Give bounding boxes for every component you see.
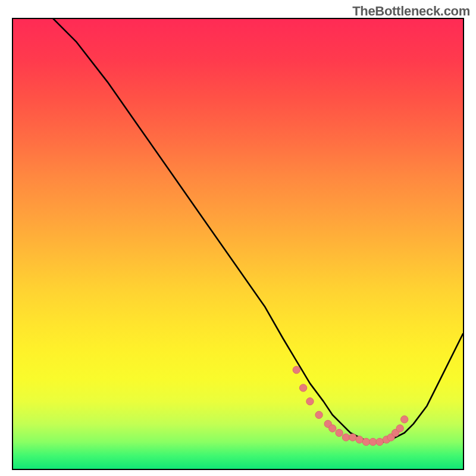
highlight-marker	[299, 384, 306, 392]
highlight-marker	[396, 425, 403, 432]
plot-area	[12, 18, 464, 470]
highlight-marker	[342, 434, 349, 441]
highlight-marker	[306, 397, 314, 405]
watermark-text: TheBottleneck.com	[352, 4, 470, 19]
chart-overlay	[13, 19, 463, 469]
highlight-marker	[401, 416, 408, 423]
highlight-marker	[315, 411, 322, 418]
highlight-marker	[329, 425, 336, 432]
highlight-marker	[336, 429, 343, 436]
highlight-marker	[356, 436, 363, 443]
highlight-marker	[293, 367, 300, 374]
highlight-marker	[349, 434, 356, 441]
highlight-marker	[376, 438, 383, 445]
highlight-marker	[369, 438, 377, 445]
highlight-marker	[362, 438, 369, 445]
bottleneck-curve	[13, 19, 463, 442]
chart-stage: TheBottleneck.com	[0, 0, 476, 476]
